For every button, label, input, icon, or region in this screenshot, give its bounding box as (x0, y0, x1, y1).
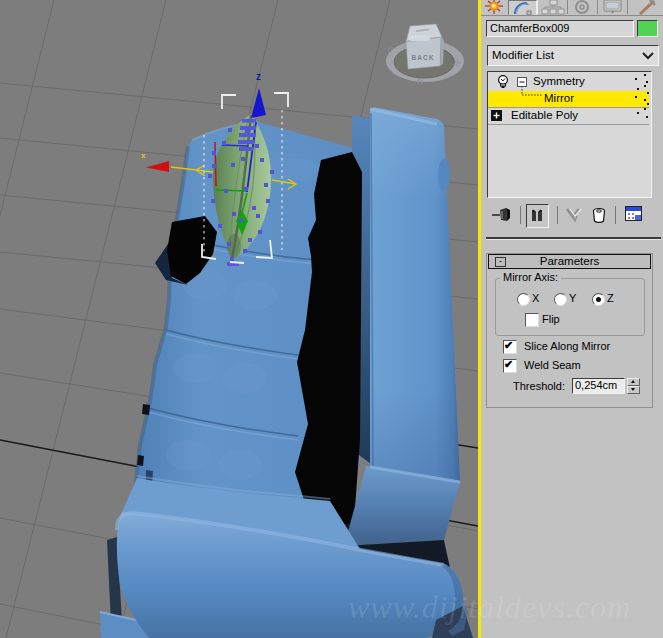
svg-text:N: N (417, 76, 424, 86)
svg-text:x: x (141, 151, 146, 160)
svg-text:BACK: BACK (412, 54, 435, 61)
svg-text:z: z (256, 71, 261, 82)
